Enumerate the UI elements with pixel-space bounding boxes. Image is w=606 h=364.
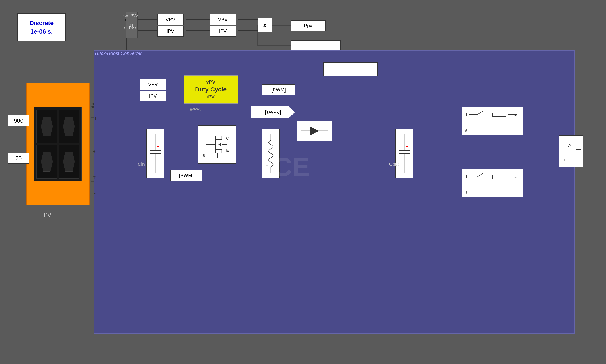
- diode-block[interactable]: [297, 121, 332, 141]
- const-900: 900: [8, 115, 29, 126]
- solar-cell-4: [58, 145, 79, 179]
- buck-boost-label: Buck/Boost Converter: [95, 51, 142, 56]
- svg-text:>: >: [568, 142, 571, 149]
- svg-text:+: +: [157, 144, 159, 149]
- pv-port-ir: Ir: [95, 116, 98, 122]
- pv-label: PV: [44, 212, 51, 219]
- svg-text:+: +: [406, 144, 408, 149]
- svg-text:g: g: [465, 128, 467, 132]
- const-25: 25: [8, 153, 29, 164]
- pwm-goto-subsystem: [PWM]: [262, 84, 295, 95]
- svg-marker-79: [310, 127, 319, 135]
- svg-rect-102: [493, 113, 506, 117]
- svg-text:C: C: [226, 136, 229, 141]
- svg-text:1: 1: [465, 112, 468, 117]
- mppt-label: MPPT: [190, 107, 202, 112]
- svg-text:E: E: [226, 148, 229, 153]
- solar-cell-3: [37, 145, 57, 179]
- solar-cell-2: [58, 110, 79, 143]
- relay-1[interactable]: g 1 2: [462, 107, 523, 135]
- solar-cell-1: [37, 110, 57, 143]
- l-label: L: [265, 161, 268, 167]
- cout-label: Cout: [389, 161, 399, 167]
- mosfet-block[interactable]: C E g: [198, 126, 236, 164]
- relay-2[interactable]: g 1 2: [462, 169, 523, 197]
- duty-cycle-input-vpv: vPV: [206, 79, 215, 85]
- i-pv-label: <I_PV>: [124, 26, 137, 30]
- pv-port-plus: +: [93, 149, 96, 155]
- cin-label: Cin: [138, 161, 145, 167]
- discrete-block: Discrete 1e-06 s.: [17, 13, 66, 41]
- discrete-line2: 1e-06 s.: [30, 28, 53, 35]
- discrete-label: Discrete 1e-06 s.: [29, 20, 54, 35]
- svg-text:g: g: [203, 153, 205, 157]
- diagram-container: Discrete 1e-06 s. ||| <V_PV> <I_PV> VPV …: [0, 0, 606, 364]
- pv-panel[interactable]: m Ir + T -: [26, 83, 90, 205]
- vpv-block-1: VPV: [157, 14, 183, 25]
- pv-port-minus: -: [94, 190, 96, 196]
- ipv-block-2: IPV: [210, 26, 236, 37]
- svg-line-99: [477, 111, 483, 115]
- ppv-goto-block: [Ppv]: [290, 20, 326, 31]
- svg-text:+: +: [273, 139, 275, 143]
- duty-cycle-input-ipv: iPV: [207, 94, 215, 100]
- compare-block[interactable]: > +: [559, 135, 583, 167]
- svg-marker-73: [219, 143, 221, 146]
- svg-text:1: 1: [465, 174, 468, 179]
- swpv-label: [sWPV]: [265, 110, 281, 115]
- svg-text:g: g: [465, 190, 467, 194]
- swpv-block: [sWPV]: [251, 106, 295, 118]
- pwm-label-cin: [PWM]: [170, 170, 202, 181]
- vpv-subsystem: VPV: [140, 79, 166, 90]
- pv-solar-cells: [34, 107, 82, 181]
- discrete-line1: Discrete: [29, 20, 54, 26]
- cout-capacitor[interactable]: +: [395, 129, 413, 178]
- display-block-subsystem: [323, 62, 378, 76]
- duty-cycle-title: Duty Cycle: [195, 86, 227, 93]
- duty-cycle-block[interactable]: vPV Duty Cycle iPV: [183, 75, 238, 104]
- multiply-block: x: [258, 18, 272, 32]
- svg-line-107: [477, 173, 483, 177]
- v-pv-label: <V_PV>: [124, 13, 138, 18]
- pv-port-t: T: [93, 175, 96, 181]
- vpv-block-2: VPV: [210, 14, 236, 25]
- svg-rect-110: [493, 175, 506, 179]
- pv-port-m: m: [91, 101, 96, 106]
- inductor-l[interactable]: +: [262, 129, 280, 178]
- svg-text:+: +: [564, 158, 566, 162]
- cin-capacitor[interactable]: +: [146, 129, 164, 178]
- ipv-subsystem: IPV: [140, 91, 166, 102]
- ipv-block-1: IPV: [157, 26, 183, 37]
